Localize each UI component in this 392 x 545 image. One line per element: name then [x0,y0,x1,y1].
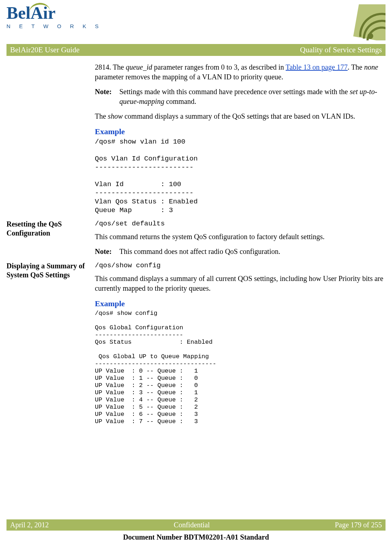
content-block-3: Displaying a Summary of System QoS Setti… [6,261,386,430]
content-block-1: 2814. The queue_id parameter ranges from… [6,62,386,220]
decorative-badge-icon [331,4,386,40]
code-block-4: /qos# show config Qos Global Configurati… [95,310,386,426]
example-heading-2: Example [95,298,386,309]
paragraph-3: This command returns the system QoS conf… [95,232,386,242]
footer-bar: April 2, 2012 Confidential Page 179 of 2… [6,519,386,531]
code-block-2: /qos/set defaults [95,220,386,228]
side-heading-empty [6,62,95,220]
header: BelAir N E T W O R K S [6,4,386,40]
title-bar: BelAir20E User Guide Quality of Service … [6,44,386,56]
logo-wordmark: BelAir [6,4,102,22]
page: BelAir N E T W O R K S BelAir20E User [0,0,392,545]
example-heading-1: Example [95,126,386,137]
side-heading-summary: Displaying a Summary of System QoS Setti… [6,261,95,430]
paragraph-1: 2814. The queue_id parameter ranges from… [95,62,386,82]
paragraph-2: The show command displays a summary of t… [95,111,386,121]
belair-logo: BelAir N E T W O R K S [6,4,102,29]
svg-point-2 [367,33,373,39]
note-body: Settings made with this command have pre… [119,87,386,106]
content-block-2: Resetting the QoS Configuration /qos/set… [6,220,386,261]
footer-date: April 2, 2012 [10,521,49,529]
paragraph-4: This command displays a summary of all c… [95,274,386,293]
note-2: Note: This command does not affect radio… [95,247,386,256]
note-label: Note: [95,87,119,106]
section-title: Quality of Service Settings [300,45,382,54]
note-label-2: Note: [95,247,119,256]
note-body-2: This command does not affect radio QoS c… [119,247,386,256]
side-heading-reset: Resetting the QoS Configuration [6,220,95,261]
document-number: Document Number BDTM02201-A01 Standard [0,533,392,541]
footer-page: Page 179 of 255 [335,521,382,529]
guide-title: BelAir20E User Guide [10,45,79,54]
code-block-1: /qos# show vlan id 100 Qos Vlan Id Confi… [95,138,386,215]
main-col-3: /qos/show config This command displays a… [95,261,386,430]
note-1: Note: Settings made with this command ha… [95,87,386,106]
main-col-1: 2814. The queue_id parameter ranges from… [95,62,386,220]
main-col-2: /qos/set defaults This command returns t… [95,220,386,261]
footer-confidential: Confidential [174,521,210,529]
code-block-3: /qos/show config [95,261,386,270]
table-13-link[interactable]: Table 13 on page 177 [286,63,348,71]
logo-subtext: N E T W O R K S [6,23,102,29]
